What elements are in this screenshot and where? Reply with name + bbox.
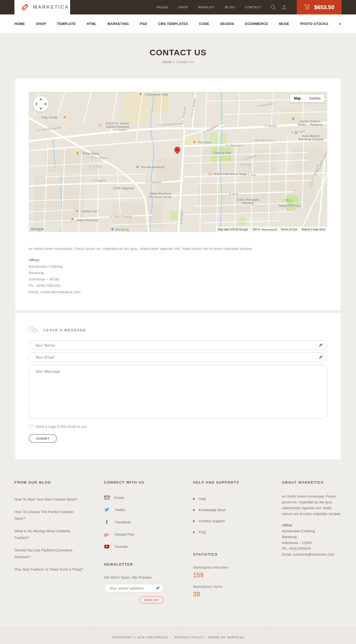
- topnav-item-wishlist[interactable]: WISHLIST: [198, 6, 215, 9]
- map-label: Jl. Kebon Kawung: [110, 215, 132, 218]
- signup-button[interactable]: SIGN UP: [139, 596, 164, 604]
- help-link-contact-support[interactable]: Contact Support: [193, 516, 262, 527]
- hotel-poi-icon: [71, 217, 74, 220]
- about-text: ec mollis lorem consequat. Fusce ipsum e…: [282, 493, 342, 517]
- google-map[interactable]: Cihampelas Walk Jl. Hasanudin Raja Sunda…: [29, 92, 327, 232]
- help-link-faq[interactable]: FAQ: [193, 527, 262, 538]
- topnav-item-contact[interactable]: CONTACT: [245, 6, 262, 9]
- catnav-item[interactable]: CMS TEMPLATES: [158, 22, 188, 26]
- brand-name: MARKETICA: [33, 4, 69, 10]
- stat-members-label: Marketplace Members: [193, 565, 262, 570]
- map-label: Taman Pramuka: [278, 204, 301, 207]
- catnav-item[interactable]: PSD: [140, 22, 147, 26]
- map-pan-control[interactable]: [33, 96, 49, 112]
- newsletter-tagline: We Won't Spam, We Promise: [104, 575, 173, 580]
- map-label: Jl. Merdeka: [180, 210, 183, 225]
- map-label: The Kiosk: [198, 141, 211, 144]
- bank-poi-icon: [292, 117, 295, 120]
- stat-items-value: 38: [193, 591, 262, 598]
- map-label: Jl. Dr. Rum: [89, 165, 102, 168]
- map-label: Novotel Bandung: [141, 165, 164, 169]
- map-label: Graha Manggala Siliwangi: [235, 198, 261, 205]
- help-link-knowledgebase[interactable]: Knowladge Base: [193, 504, 262, 516]
- pan-down-icon[interactable]: [39, 108, 43, 110]
- catnav-item[interactable]: CODE: [199, 22, 209, 26]
- submit-button[interactable]: SUBMIT: [29, 434, 57, 443]
- map-attribution: Map data ©2015 Google 200 m Terms of Use…: [216, 227, 327, 232]
- statistics-section: STATISTICS Marketplace Members 159 Marke…: [193, 552, 262, 598]
- catnav-item[interactable]: MUSE: [279, 22, 289, 26]
- map-label: Bandung: [115, 228, 129, 232]
- hospital-poi-icon: [209, 172, 212, 175]
- help-link-help[interactable]: Help: [193, 493, 262, 504]
- pan-up-icon[interactable]: [39, 98, 43, 100]
- breadcrumb: Home > Contact Us: [0, 60, 356, 64]
- catnav-item[interactable]: HOME: [14, 22, 25, 26]
- message-textarea[interactable]: [29, 365, 327, 419]
- terms-of-use-link[interactable]: Terms of Use: [281, 228, 297, 231]
- facebook-icon: f: [104, 519, 110, 525]
- catnav-item[interactable]: HTML: [87, 22, 97, 26]
- map-type-satellite-button[interactable]: Satellite: [305, 95, 325, 102]
- cart-button[interactable]: $653.50: [297, 0, 342, 14]
- social-link-twitter[interactable]: Twitter: [104, 506, 173, 514]
- send-copy-checkbox[interactable]: [29, 425, 32, 428]
- topnav-item-shop[interactable]: SHOP: [178, 6, 188, 9]
- office-address-block: office: Kecamatan Coblong Bandung. Indon…: [29, 257, 327, 295]
- topnav-item-pages[interactable]: PAGES: [157, 6, 169, 9]
- report-map-error-link[interactable]: Report a map error: [302, 228, 325, 231]
- map-label: Jl. Bondol: [264, 125, 277, 128]
- social-link-youtube[interactable]: Youtube: [104, 542, 173, 551]
- restaurant-poi-icon: [76, 152, 79, 155]
- social-link-googleplus[interactable]: g+ Google Plus: [104, 530, 173, 538]
- user-icon[interactable]: [281, 4, 287, 10]
- contact-card: Cihampelas Walk Jl. Hasanudin Raja Sunda…: [15, 78, 341, 310]
- footer-blog-link[interactable]: How To Choose The Perfect Fashion Store?: [14, 506, 83, 525]
- message-form-card: LEAVE A MESSAGE Send a copy of this emai…: [15, 313, 341, 459]
- footer-blog-link[interactable]: Plus Size Fashion: Is There Such a Thing…: [14, 563, 83, 576]
- office-line: Bandung.: [282, 534, 342, 540]
- social-link-facebook[interactable]: f Facebook: [104, 518, 173, 526]
- pen-icon: [319, 343, 323, 347]
- office-line: Kecamatan Coblong: [282, 528, 342, 534]
- catnav-item[interactable]: PHOTO STOCKS: [300, 22, 328, 26]
- footer-connect-column: CONNECT WITH US Email Twitter f Facebook: [93, 480, 182, 627]
- catnav-item[interactable]: DESIGN: [220, 22, 234, 26]
- newsletter-email-input[interactable]: [104, 584, 164, 592]
- map-label: Jl. Riau: [247, 174, 256, 177]
- cart-total: $653.50: [314, 4, 334, 11]
- catnav-item[interactable]: ECOMMERCE: [245, 22, 268, 26]
- map-type-map-button[interactable]: Map: [290, 95, 305, 102]
- map-type-control: Map Satellite: [290, 95, 325, 102]
- name-input[interactable]: [29, 340, 327, 350]
- footer-blog-link[interactable]: What is So Alluring About Celebrity Fash…: [14, 525, 83, 544]
- statistics-heading: STATISTICS: [193, 552, 262, 556]
- search-icon[interactable]: [270, 4, 276, 10]
- map-label: MESJID PUSDAI: [255, 139, 275, 142]
- hotel-poi-icon: [136, 165, 139, 168]
- social-link-email[interactable]: Email: [104, 493, 173, 502]
- brand-tag-icon: [21, 3, 29, 12]
- pan-left-icon[interactable]: [35, 102, 37, 106]
- email-input[interactable]: [29, 352, 327, 362]
- category-nav: HOME SHOP TEMPLATE HTML MARKETING PSD CM…: [0, 14, 356, 33]
- catnav-item[interactable]: MARKETING: [107, 22, 129, 26]
- footer-blog-heading: FROM OUR BLOG: [14, 480, 83, 484]
- catnav-item[interactable]: TEMPLATE: [57, 22, 76, 26]
- page-title: CONTACT US: [0, 48, 356, 57]
- office-line: Kecamatan Coblong: [29, 263, 327, 270]
- chevron-down-icon[interactable]: »: [338, 23, 343, 25]
- legal-links[interactable]: PRIVACY POLICY . TERMS OF SERVICES: [175, 636, 244, 639]
- footer-blog-link[interactable]: Should You Use Fashion Consultant Servic…: [14, 544, 83, 563]
- map-label: Cihampelas Walk: [145, 93, 168, 96]
- catnav-item[interactable]: SHOP: [36, 22, 46, 26]
- footer-about-heading: ABOUT MARKETICA: [282, 480, 342, 484]
- brand-logo[interactable]: MARKETICA: [14, 0, 70, 14]
- office-label: office:: [282, 522, 342, 528]
- breadcrumb-home-link[interactable]: Home: [162, 60, 172, 64]
- pan-right-icon[interactable]: [45, 102, 46, 106]
- footer-blog-link[interactable]: How To Start Your Own Fashion Store?: [14, 493, 83, 506]
- footer-about-column: ABOUT MARKETICA ec mollis lorem consequa…: [271, 480, 342, 627]
- topnav-item-blog[interactable]: BLOG: [225, 6, 235, 9]
- about-office-block: office: Kecamatan Coblong Bandung. Indon…: [282, 522, 342, 557]
